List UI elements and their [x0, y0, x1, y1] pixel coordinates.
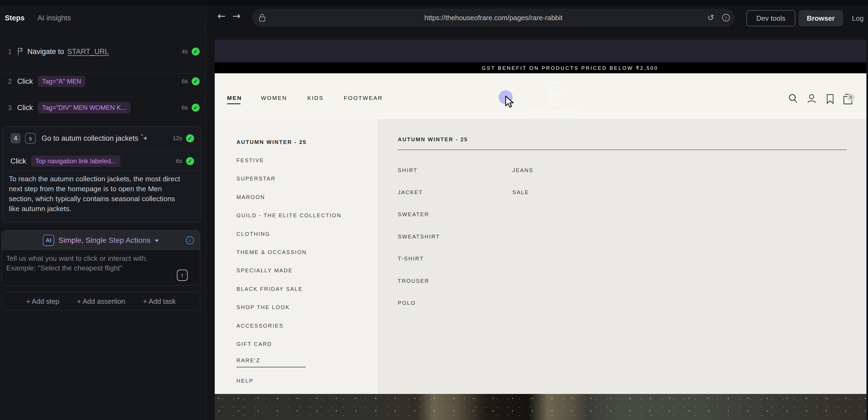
menu-item-accessories[interactable]: ACCESSORIES — [237, 317, 341, 335]
step-number: 3 — [8, 104, 17, 112]
menu-item-help[interactable]: HELP — [237, 372, 341, 390]
step-duration: 6s — [176, 158, 182, 164]
step-action-label: Click — [17, 77, 33, 86]
menu-item-maroon[interactable]: MAROON — [237, 188, 341, 206]
cursor-icon — [504, 96, 516, 109]
url-bar[interactable]: https://thehouseofrare.com/pages/rare-ra… — [252, 8, 735, 27]
step-action-label: Click — [10, 157, 26, 166]
menu-item-rarez[interactable]: RARE'Z — [237, 353, 341, 372]
step-row-3[interactable]: 3 Click Tag="DIV" MEN WOMEN K... 6s ✓ — [0, 100, 206, 115]
wishlist-icon[interactable] — [826, 94, 834, 104]
steps-sidebar: Steps AI insights 1 Navigate to START_UR… — [0, 7, 206, 420]
selector-pill[interactable]: Top navigation link labeled... — [31, 155, 121, 167]
step-number: 2 — [8, 78, 17, 85]
account-icon[interactable] — [807, 94, 816, 104]
step-duration: 4s — [182, 48, 188, 55]
success-check-icon: ✓ — [186, 134, 194, 142]
ai-action-panel: AI Simple, Single Step Actions i ↑ — [2, 230, 200, 286]
ai-badge-icon: AI — [43, 235, 54, 246]
step-group-container: 4 s Go to autum collection jackets ✦✦ 12… — [2, 126, 201, 222]
add-assertion-button[interactable]: + Add assertion — [77, 297, 125, 306]
category-sale[interactable]: SALE — [513, 181, 533, 203]
svg-text:R: R — [565, 94, 567, 98]
forward-button[interactable]: → — [232, 10, 241, 22]
ai-mode-title: Simple, Single Step Actions — [59, 236, 150, 245]
submit-button[interactable]: ↑ — [177, 270, 188, 281]
view-tab-browser[interactable]: Browser — [799, 10, 843, 26]
menu-item-clothing[interactable]: CLOTHING — [237, 225, 341, 243]
nav-men[interactable]: MEN — [227, 95, 242, 101]
window-top-strip — [0, 0, 868, 6]
nav-women[interactable]: WOMEN — [261, 95, 287, 101]
step-row-4[interactable]: 4 s Go to autum collection jackets ✦✦ 12… — [2, 131, 200, 146]
step-duration: 6s — [182, 78, 188, 85]
nav-footwear[interactable]: FOOTWEAR — [344, 95, 383, 101]
category-shirt[interactable]: SHIRT — [398, 159, 440, 181]
ai-mode-selector[interactable]: AI Simple, Single Step Actions — [2, 231, 200, 250]
menu-item-black-friday-sale[interactable]: BLACK FRIDAY SALE — [237, 280, 341, 298]
nav-kids[interactable]: KIDS — [307, 95, 324, 101]
page-info-icon[interactable]: i — [722, 14, 730, 22]
step-row-2[interactable]: 2 Click Tag="A" MEN 6s ✓ — [0, 74, 206, 89]
step-number: 1 — [8, 48, 17, 56]
success-check-icon: ✓ — [192, 48, 200, 56]
menu-item-rarez-label: RARE'Z — [237, 357, 306, 367]
url-text: https://thehouseofrare.com/pages/rare-ra… — [252, 14, 735, 22]
category-sweater[interactable]: SWEATER — [398, 204, 440, 226]
selector-pill[interactable]: Tag="DIV" MEN WOMEN K... — [38, 102, 131, 113]
tab-ai-insights[interactable]: AI insights — [38, 14, 71, 22]
step-reasoning-note: To reach the autumn collection jackets, … — [9, 174, 186, 214]
browser-toolbar: ← → https://thehouseofrare.com/pages/rar… — [207, 7, 868, 30]
menu-item-superstar[interactable]: SUPERSTAR — [237, 170, 341, 188]
megamenu-list: AUTUMN WINTER - 25 FESTIVE SUPERSTAR MAR… — [237, 133, 341, 390]
panel-heading: AUTUMN WINTER - 25 — [398, 137, 468, 143]
menu-item-theme-occassion[interactable]: THEME & OCCASSION — [237, 243, 341, 261]
megamenu-left-column: AUTUMN WINTER - 25 FESTIVE SUPERSTAR MAR… — [215, 119, 378, 394]
category-trouser[interactable]: TROUSER — [398, 270, 440, 292]
step-row-5[interactable]: Click Top navigation link labeled... 6s … — [2, 154, 200, 169]
success-check-icon: ✓ — [192, 77, 200, 85]
divider — [2, 171, 200, 171]
step-number-badge: 4 — [10, 133, 21, 143]
back-button[interactable]: ← — [217, 10, 225, 22]
step-type-icon: s — [25, 133, 36, 144]
search-icon[interactable] — [788, 94, 798, 104]
step-duration: 12s — [173, 135, 182, 142]
cart-count-badge: 0 — [847, 94, 855, 101]
refresh-icon[interactable]: ↺ — [708, 14, 714, 22]
category-jeans[interactable]: JEANS — [513, 159, 533, 181]
dev-tools-button[interactable]: Dev tools — [746, 10, 795, 26]
menu-item-autumn-winter[interactable]: AUTUMN WINTER - 25 — [237, 133, 341, 151]
menu-item-guild[interactable]: GUILD - THE ELITE COLLECTION — [237, 207, 341, 225]
add-task-button[interactable]: + Add task — [143, 297, 176, 306]
megamenu-panel: AUTUMN WINTER - 25 SHIRT JACKET SWEATER … — [378, 119, 868, 394]
step-label: Go to autum collection jackets — [41, 134, 138, 143]
category-sweatshirt[interactable]: SWEATSHIRT — [398, 226, 440, 248]
success-check-icon: ✓ — [192, 104, 200, 112]
lock-icon — [259, 13, 266, 22]
category-jacket[interactable]: JACKET — [398, 181, 440, 203]
category-polo[interactable]: POLO — [398, 292, 440, 314]
viewport-right-edge — [866, 40, 868, 420]
rabbit-logo-icon: R R — [518, 79, 593, 108]
category-column-2: JEANS SALE — [513, 159, 533, 204]
info-icon[interactable]: i — [186, 236, 194, 244]
add-step-button[interactable]: + Add step — [26, 297, 59, 306]
nav-men-underline — [227, 103, 241, 104]
success-check-icon: ✓ — [186, 157, 194, 165]
ai-prompt-input[interactable] — [6, 253, 167, 283]
step-link-start-url[interactable]: START_URL — [67, 48, 109, 56]
step-action-label: Click — [17, 104, 33, 112]
menu-item-festive[interactable]: FESTIVE — [237, 151, 341, 170]
selector-pill[interactable]: Tag="A" MEN — [38, 76, 86, 87]
menu-item-gift-card[interactable]: GIFT CARD — [237, 335, 341, 353]
announcement-text: GST BENEFIT ON PRODUCTS PRICED BELOW ₹2,… — [482, 65, 658, 71]
category-tshirt[interactable]: T-SHIRT — [398, 248, 440, 270]
view-tab-log[interactable]: Log — [848, 10, 867, 26]
step-duration: 6s — [182, 104, 188, 111]
menu-item-shop-the-look[interactable]: SHOP THE LOOK — [237, 298, 341, 317]
tab-steps[interactable]: Steps — [5, 14, 25, 22]
brand-logo-text: RARE RABBIT — [518, 108, 593, 114]
menu-item-specially-made[interactable]: SPECIALLY MADE — [237, 262, 341, 280]
step-row-1[interactable]: 1 Navigate to START_URL 4s ✓ — [0, 44, 206, 59]
